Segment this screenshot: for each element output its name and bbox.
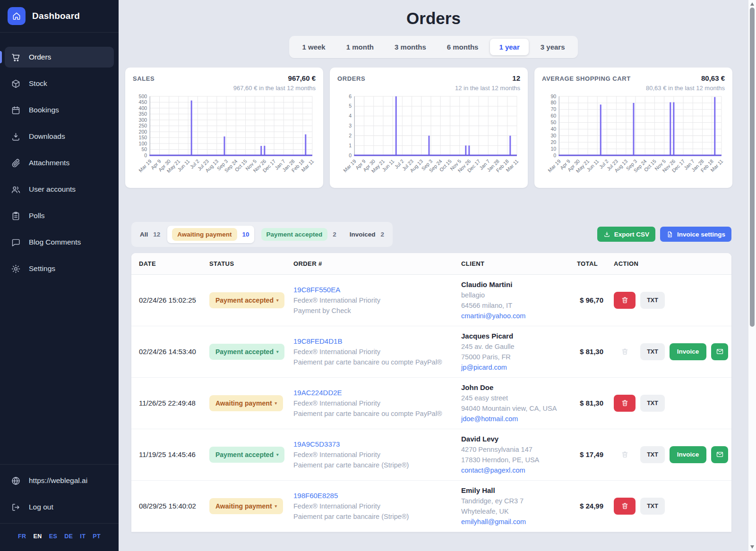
invoice-settings-button[interactable]: Invoice settings bbox=[660, 227, 731, 242]
status-badge[interactable]: Awaiting payment ▾ bbox=[209, 498, 283, 514]
scroll-down-arrow-icon[interactable] bbox=[750, 545, 754, 549]
svg-text:6: 6 bbox=[349, 93, 352, 99]
sales-chart: 050100150200250300350400450500Mar 19Apr … bbox=[133, 93, 316, 187]
average-cart-chart: 0102030405060708090Mar 19Apr 9Apr 30May … bbox=[542, 93, 725, 187]
order-total: $ 81,30 bbox=[573, 348, 610, 356]
paperclip-icon bbox=[11, 158, 21, 168]
order-total: $ 17,49 bbox=[573, 450, 610, 458]
svg-text:0: 0 bbox=[349, 153, 352, 158]
card-title: ORDERS bbox=[337, 75, 365, 82]
sidebar-item-label: Blog Comments bbox=[29, 238, 81, 246]
txt-export-button[interactable]: TXT bbox=[640, 446, 665, 463]
sidebar-item-stock[interactable]: Stock bbox=[5, 73, 114, 94]
card-title: AVERAGE SHOPPING CART bbox=[542, 75, 631, 82]
range-tab-1-week[interactable]: 1 week bbox=[293, 39, 334, 55]
send-email-button[interactable] bbox=[711, 446, 728, 463]
range-tab-1-month[interactable]: 1 month bbox=[337, 39, 383, 55]
client-email-link[interactable]: contact@pagexl.com bbox=[461, 465, 569, 475]
sidebar: Dashboard Orders Stock Bookings bbox=[0, 0, 119, 551]
language-en[interactable]: EN bbox=[33, 533, 42, 540]
invoice-button[interactable]: Invoice bbox=[670, 343, 706, 360]
card-total-value: 80,63 € bbox=[701, 74, 725, 82]
status-badge[interactable]: Payment accepted ▾ bbox=[209, 344, 284, 360]
txt-export-button[interactable]: TXT bbox=[640, 343, 665, 360]
svg-text:250: 250 bbox=[139, 123, 147, 128]
order-id-link[interactable]: 198F60E8285 bbox=[293, 491, 454, 501]
sidebar-item-polls[interactable]: Polls bbox=[5, 205, 114, 226]
order-id-link[interactable]: 19C8FF550EA bbox=[293, 285, 454, 295]
sidebar-item-bookings[interactable]: Bookings bbox=[5, 100, 114, 120]
svg-text:10: 10 bbox=[550, 146, 556, 152]
txt-export-button[interactable]: TXT bbox=[640, 395, 665, 412]
orders-card: ORDERS 12 12 in the last 12 months 01234… bbox=[330, 68, 528, 188]
status-badge[interactable]: Awaiting payment ▾ bbox=[209, 395, 283, 411]
range-tab-1-year[interactable]: 1 year bbox=[490, 39, 528, 55]
client-email-link[interactable]: jp@picard.com bbox=[461, 362, 569, 373]
export-csv-button[interactable]: Export CSV bbox=[597, 227, 655, 242]
range-tab-3-months[interactable]: 3 months bbox=[386, 39, 435, 55]
language-fr[interactable]: FR bbox=[18, 533, 26, 540]
language-pt[interactable]: PT bbox=[93, 533, 101, 540]
svg-text:3: 3 bbox=[349, 123, 352, 128]
status-badge[interactable]: Payment accepted ▾ bbox=[209, 292, 284, 308]
date-range-tabs: 1 week 1 month 3 months 6 months 1 year … bbox=[289, 36, 577, 58]
language-es[interactable]: ES bbox=[49, 533, 57, 540]
sidebar-item-orders[interactable]: Orders bbox=[5, 47, 114, 68]
delete-order-button[interactable] bbox=[614, 292, 636, 309]
language-de[interactable]: DE bbox=[64, 533, 73, 540]
status-badge[interactable]: Payment accepted ▾ bbox=[209, 447, 284, 463]
svg-text:4: 4 bbox=[349, 113, 352, 119]
client-address: Whyteleafe, UK bbox=[461, 506, 569, 517]
order-id-link[interactable]: 19AC224DD2E bbox=[293, 388, 454, 398]
client-email-link[interactable]: cmartini@yahoo.com bbox=[461, 311, 569, 321]
invoice-button[interactable]: Invoice bbox=[670, 446, 706, 463]
export-csv-label: Export CSV bbox=[614, 231, 649, 238]
orders-toolbar: All 12 Awaiting payment 10 Payment accep… bbox=[131, 222, 731, 247]
filter-all[interactable]: All 12 bbox=[134, 227, 166, 242]
delete-order-button[interactable] bbox=[614, 498, 636, 515]
sidebar-item-downloads[interactable]: Downloads bbox=[5, 126, 114, 147]
clipboard-icon bbox=[11, 211, 21, 221]
order-id-link[interactable]: 19A9C5D3373 bbox=[293, 439, 454, 449]
order-id-link[interactable]: 19C8FED4D1B bbox=[293, 336, 454, 347]
vertical-scrollbar[interactable] bbox=[748, 0, 756, 551]
card-title: SALES bbox=[133, 75, 155, 82]
home-icon bbox=[8, 7, 26, 25]
filter-invoiced[interactable]: Invoiced 2 bbox=[344, 227, 390, 242]
app-root: Dashboard Orders Stock Bookings bbox=[0, 0, 756, 551]
download-icon bbox=[603, 231, 610, 238]
brand: Dashboard bbox=[0, 0, 119, 33]
order-date: 08/29/25 15:40:02 bbox=[131, 502, 206, 510]
scrollbar-thumb[interactable] bbox=[750, 8, 755, 327]
scroll-up-arrow-icon[interactable] bbox=[750, 2, 754, 6]
send-email-button[interactable] bbox=[711, 343, 728, 360]
txt-export-button[interactable]: TXT bbox=[640, 498, 665, 515]
sidebar-item-blog-comments[interactable]: Blog Comments bbox=[5, 232, 114, 253]
logout-button[interactable]: Log out bbox=[5, 497, 114, 517]
order-payment-method: Paiement par carte bancaire (Stripe®) bbox=[293, 460, 454, 470]
sidebar-item-settings[interactable]: Settings bbox=[5, 258, 114, 279]
svg-text:70: 70 bbox=[550, 106, 556, 112]
range-tab-6-months[interactable]: 6 months bbox=[438, 39, 488, 55]
language-it[interactable]: IT bbox=[80, 533, 86, 540]
sidebar-item-label: Settings bbox=[29, 264, 55, 273]
download-icon bbox=[11, 132, 21, 142]
sidebar-item-attachments[interactable]: Attachments bbox=[5, 153, 114, 173]
filter-payment-accepted[interactable]: Payment accepted 2 bbox=[255, 224, 343, 245]
range-tab-3-years[interactable]: 3 years bbox=[532, 39, 574, 55]
delete-order-button[interactable] bbox=[614, 395, 636, 412]
client-email-link[interactable]: jdoe@hotmail.com bbox=[461, 414, 569, 424]
document-icon bbox=[666, 231, 673, 238]
table-header: DATE STATUS ORDER # CLIENT TOTAL ACTION bbox=[131, 253, 731, 275]
client-email-link[interactable]: emilyhall@gmail.com bbox=[461, 517, 569, 527]
svg-text:400: 400 bbox=[139, 105, 147, 111]
site-url-link[interactable]: https://weblegal.ai bbox=[5, 470, 114, 491]
order-total: $ 81,30 bbox=[573, 399, 610, 407]
chevron-down-icon: ▾ bbox=[276, 298, 279, 303]
filter-awaiting-payment[interactable]: Awaiting payment 10 bbox=[167, 226, 254, 243]
order-shipping: Fedex® International Priority bbox=[293, 347, 454, 357]
txt-export-button[interactable]: TXT bbox=[640, 292, 665, 309]
status-label: Awaiting payment bbox=[215, 502, 272, 510]
order-shipping: Fedex® International Priority bbox=[293, 398, 454, 408]
sidebar-item-user-accounts[interactable]: User accounts bbox=[5, 179, 114, 200]
